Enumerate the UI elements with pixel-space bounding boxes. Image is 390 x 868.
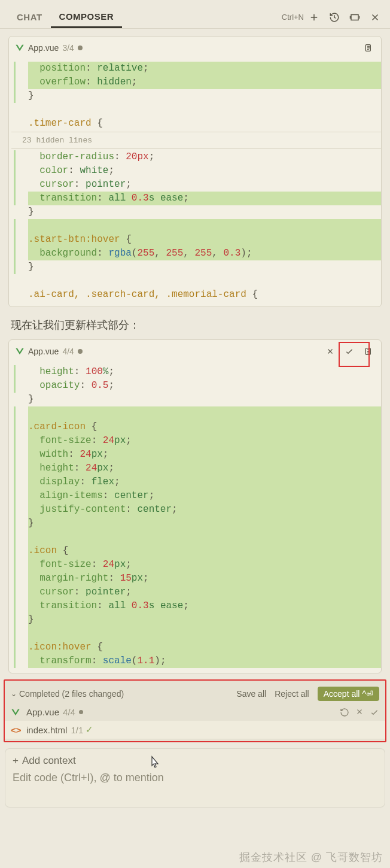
history-icon[interactable] xyxy=(328,11,341,24)
annotation-highlight xyxy=(339,342,370,367)
revert-icon[interactable] xyxy=(340,708,349,717)
watermark: 掘金技术社区 @ 飞哥数智坊 xyxy=(239,850,383,864)
code-block: height: 100%; opacity: 0.5; } .card-icon… xyxy=(9,363,381,673)
modified-dot-icon xyxy=(78,45,83,50)
html-icon: <> xyxy=(11,725,22,735)
close-panel-icon[interactable] xyxy=(324,345,337,358)
plus-icon: + xyxy=(13,755,19,767)
file-step: 4/4 xyxy=(62,347,74,356)
changed-file-row[interactable]: <> index.html 1/1 ✓ xyxy=(5,721,385,739)
new-icon[interactable] xyxy=(307,11,321,24)
code-panel-2: App.vue 4/4 height: 100%; opacity: 0.5; … xyxy=(8,339,382,673)
vue-icon xyxy=(11,708,22,717)
accept-all-button[interactable]: Accept all^⏎ xyxy=(318,687,379,701)
chevron-down-icon[interactable]: ⌄ xyxy=(11,690,17,698)
completed-panel: ⌄ Completed (2 files changed) Save all R… xyxy=(4,679,386,742)
reject-all-button[interactable]: Reject all xyxy=(275,689,309,699)
expand-icon[interactable] xyxy=(348,11,361,24)
vue-icon xyxy=(15,347,25,356)
changed-file-row[interactable]: App.vue 4/4 xyxy=(5,703,385,721)
copy-icon[interactable] xyxy=(362,41,375,54)
check-icon: ✓ xyxy=(86,724,93,735)
file-step: 3/4 xyxy=(62,43,74,53)
code-panel-1: App.vue 3/4 position: relative; overflow… xyxy=(8,36,382,307)
composer-input[interactable]: + Add context Edit code (Ctrl+I), @ to m… xyxy=(5,748,385,808)
add-context-button[interactable]: + Add context xyxy=(13,755,377,767)
svg-rect-0 xyxy=(351,14,358,20)
completed-label: Completed xyxy=(19,689,60,699)
tab-composer[interactable]: COMPOSER xyxy=(51,7,123,28)
filename: App.vue xyxy=(28,43,59,53)
mouse-cursor-icon xyxy=(148,755,162,771)
close-icon[interactable] xyxy=(368,11,382,24)
vue-icon xyxy=(15,44,25,52)
files-changed-count: (2 files changed) xyxy=(62,689,124,699)
prompt-placeholder[interactable]: Edit code (Ctrl+I), @ to mention xyxy=(13,772,377,784)
hidden-lines[interactable]: 23 hidden lines xyxy=(11,132,381,149)
filename: App.vue xyxy=(28,347,59,356)
tab-chat[interactable]: CHAT xyxy=(8,7,51,27)
code-block: position: relative; overflow: hidden; } … xyxy=(9,59,381,306)
assistant-message: 现在让我们更新样式部分： xyxy=(11,318,379,332)
modified-dot-icon xyxy=(79,710,83,714)
reject-icon[interactable] xyxy=(355,708,364,717)
shortcut-new: Ctrl+N xyxy=(282,13,304,22)
accept-icon[interactable] xyxy=(370,708,379,717)
save-all-button[interactable]: Save all xyxy=(236,689,266,699)
modified-dot-icon xyxy=(78,349,83,354)
